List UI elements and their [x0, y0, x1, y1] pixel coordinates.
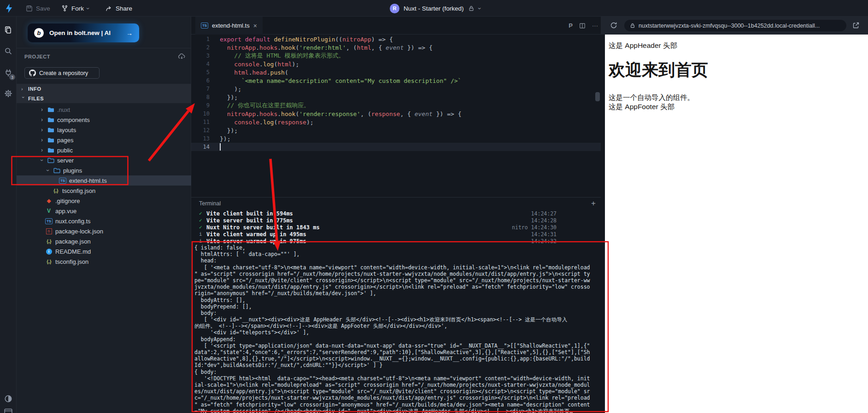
file-name: package-lock.json: [55, 228, 103, 235]
preview-pane: nuxtstarterwwjvzxta-svki-zmfvqsqu--3000-…: [601, 17, 868, 413]
check-icon: ✓: [199, 210, 206, 216]
share-label: Share: [116, 5, 132, 12]
tree-item-nuxt.config.ts[interactable]: TSnuxt.config.ts: [17, 216, 191, 226]
terminal-dump-line: bodyPrepend: [],: [194, 303, 601, 310]
gear-icon[interactable]: [4, 89, 12, 98]
code-line-4: 4 console.log(html);: [191, 60, 601, 68]
prettier-status-icon[interactable]: P: [569, 22, 573, 29]
terminal-build-output: ✓Vite client built in 594ms14:24:27✓Vite…: [191, 210, 601, 244]
folder-icon: [47, 106, 54, 113]
save-label: Save: [36, 5, 50, 12]
share-button[interactable]: Share: [105, 0, 132, 17]
ts-icon: TS: [45, 217, 53, 225]
file-name: README.md: [55, 248, 91, 255]
braces-icon: {..}: [45, 258, 53, 265]
preview-app-footer: 这是 AppFooter 头部: [609, 102, 864, 111]
top-bar: Save Fork › Share R Nuxt - Starter (fork…: [0, 0, 868, 17]
terminal-dump-line: c="/_nuxt/home/projects/nuxt-starter-wwj…: [194, 395, 601, 401]
tree-item-tsconfig.json[interactable]: {..}tsconfig.json: [17, 256, 191, 267]
fork-chevron-icon[interactable]: ›: [85, 7, 92, 9]
code-editor[interactable]: 1export default defineNitroPlugin((nitro…: [191, 35, 601, 197]
project-menu-chevron-icon[interactable]: ›: [476, 7, 483, 9]
tree-item-components[interactable]: ›components: [17, 115, 191, 125]
tree-item-pages[interactable]: ›pages: [17, 135, 191, 145]
files-panel-icon[interactable]: [4, 26, 12, 34]
tree-item-app.vue[interactable]: Vapp.vue: [17, 206, 191, 216]
preview-app-header: 这是 AppHeader 头部: [609, 41, 864, 50]
save-button[interactable]: Save: [26, 0, 50, 17]
terminal-build-line: ✓Nuxt Nitro server built in 1843 msnitro…: [191, 224, 601, 231]
more-actions-icon[interactable]: ···: [592, 22, 598, 29]
file-name: plugins: [63, 167, 82, 174]
chevron-right-icon: ›: [40, 147, 44, 153]
tree-item-extend-html.ts[interactable]: TSextend-html.ts: [17, 175, 191, 186]
code-line-6: 6 `<meta name="description" content="My …: [191, 76, 601, 85]
create-repository-button[interactable]: Create a repository: [24, 67, 100, 79]
open-in-bolt-label: Open in bolt.new | AI: [49, 29, 121, 36]
file-name: nuxt.config.ts: [55, 218, 91, 225]
cloud-download-icon[interactable]: [178, 53, 186, 60]
chevron-right-icon: ›: [40, 116, 44, 123]
tab-extend-html[interactable]: TS extend-html.ts ×: [195, 17, 263, 35]
code-line-8: 8 });: [191, 93, 601, 101]
code-line-5: 5 html.head.push(: [191, 68, 601, 76]
code-line-7: 7 );: [191, 85, 601, 93]
section-info[interactable]: › INFO: [17, 84, 191, 93]
tree-item-.gitignore[interactable]: ◆.gitignore: [17, 196, 191, 206]
terminal-dump-line: rigin="anonymous" href="/_nuxt/builds/me…: [194, 290, 601, 297]
terminal-dump-line: '<div id="teleports"></div>' ],: [194, 329, 601, 336]
tab-bar: TS extend-html.ts × P ···: [191, 17, 601, 35]
fork-icon: [61, 5, 68, 12]
open-in-bolt-button[interactable]: b Open in bolt.new | AI →: [28, 23, 139, 42]
terminal-dump-line: ial-scale=1">\n<link rel="modulepreload"…: [194, 382, 601, 388]
bolt-logo-icon: b: [34, 28, 44, 38]
preview-page: 这是 AppHeader 头部 欢迎来到首页 这是一个自动导入的组件。 这是 A…: [605, 35, 868, 413]
file-name: layouts: [57, 127, 76, 134]
file-name: server: [57, 157, 74, 164]
terminal-dump-line: { body:: [194, 369, 601, 375]
avatar[interactable]: R: [390, 4, 399, 13]
tree-item-layouts[interactable]: ›layouts: [17, 125, 191, 135]
terminal-dump-line: '<!DOCTYPE html><html data-capo=""><head…: [194, 375, 601, 382]
split-editor-icon[interactable]: [579, 23, 586, 29]
file-name: .gitignore: [55, 198, 80, 204]
preview-component-line: 这是一个自动导入的组件。: [609, 93, 864, 102]
editor-scrollbar[interactable]: [595, 92, 600, 101]
search-icon[interactable]: [4, 47, 12, 55]
fork-button[interactable]: Fork ›: [61, 0, 89, 17]
file-name: components: [57, 116, 90, 123]
lock-icon[interactable]: [468, 5, 475, 12]
github-icon: [29, 70, 36, 76]
terminal-dump-line: jvzxta/node_modules/nuxt/dist/app/entry.…: [194, 284, 601, 290]
chevron-down-icon: ›: [39, 158, 45, 163]
tree-item-server[interactable]: ›server: [17, 155, 191, 165]
project-title-group[interactable]: R Nuxt - Starter (forked) ›: [390, 0, 481, 17]
arrow-right-icon: →: [126, 29, 133, 37]
info-icon: i: [45, 248, 53, 255]
theme-contrast-icon[interactable]: [4, 395, 12, 403]
terminal-dump-line: [ '<div id="__nuxt"><div><div>这是 AppHead…: [194, 316, 601, 323]
tree-item-package.json[interactable]: {..}package.json: [17, 236, 191, 246]
url-bar[interactable]: nuxtstarterwwjvzxta-svki-zmfvqsqu--3000-…: [624, 20, 846, 31]
editor-pane: TS extend-html.ts × P ··· 1export defaul…: [191, 17, 601, 413]
section-files[interactable]: › FILES: [17, 93, 191, 103]
tree-item-plugins[interactable]: ›plugins: [17, 165, 191, 175]
tree-item-README.md[interactable]: iREADME.md: [17, 246, 191, 256]
info-icon: i: [199, 238, 206, 244]
open-external-icon[interactable]: [852, 22, 860, 29]
check-icon: ✓: [199, 217, 206, 223]
tree-item-.nuxt[interactable]: ›.nuxt: [17, 105, 191, 115]
refresh-icon[interactable]: [610, 22, 617, 29]
tree-item-tsconfig.json[interactable]: {..}tsconfig.json: [17, 186, 191, 196]
stackblitz-logo-icon[interactable]: [5, 4, 13, 13]
terminal-dump-line: 的组件。 <!--]--></span></div><!--]--><div>这…: [194, 323, 601, 329]
terminal-dump-line: bodyAppend:: [194, 336, 601, 343]
folder-open-icon: [53, 167, 60, 174]
tree-item-package-lock.json[interactable]: npackage-lock.json: [17, 226, 191, 236]
tree-item-public[interactable]: ›public: [17, 145, 191, 155]
terminal-dump-line: pe="module" src="/_nuxt/@vite/client" cr…: [194, 277, 601, 284]
panel-layout-icon[interactable]: [4, 408, 12, 413]
tab-close-icon[interactable]: ×: [253, 22, 257, 29]
terminal-add-icon[interactable]: +: [591, 199, 596, 208]
npm-icon: n: [45, 227, 53, 235]
